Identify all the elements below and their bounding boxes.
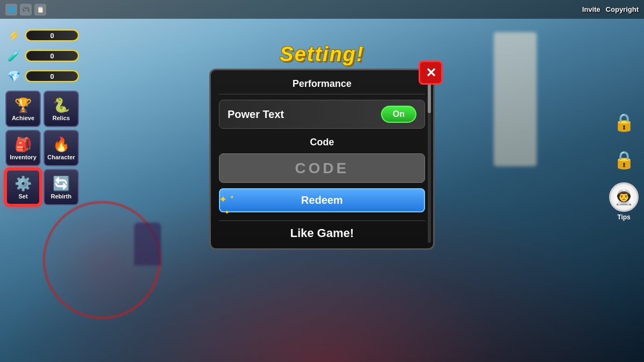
power-text-label: Power Text [228,108,284,121]
redeem-button[interactable]: Redeem [219,188,425,212]
power-text-toggle[interactable]: On [381,106,416,123]
performance-section-title: Performance [219,78,425,94]
power-text-row: Power Text On [219,100,425,129]
modal-title: Setting! [209,43,435,66]
modal-scrollbar[interactable] [428,76,431,243]
code-placeholder: CODE [295,160,349,177]
code-input-area[interactable]: CODE [219,153,425,183]
modal-scrollbar-thumb [428,81,431,113]
modal-body: ✕ Performance Power Text On Code CODE Re… [209,69,435,250]
like-game-text: Like Game! [219,220,425,240]
code-section-title: Code [219,137,425,148]
settings-modal: Setting! ✕ Performance Power Text On Cod… [209,43,435,250]
modal-overlay: Setting! ✕ Performance Power Text On Cod… [0,0,644,362]
close-button[interactable]: ✕ [419,61,443,85]
